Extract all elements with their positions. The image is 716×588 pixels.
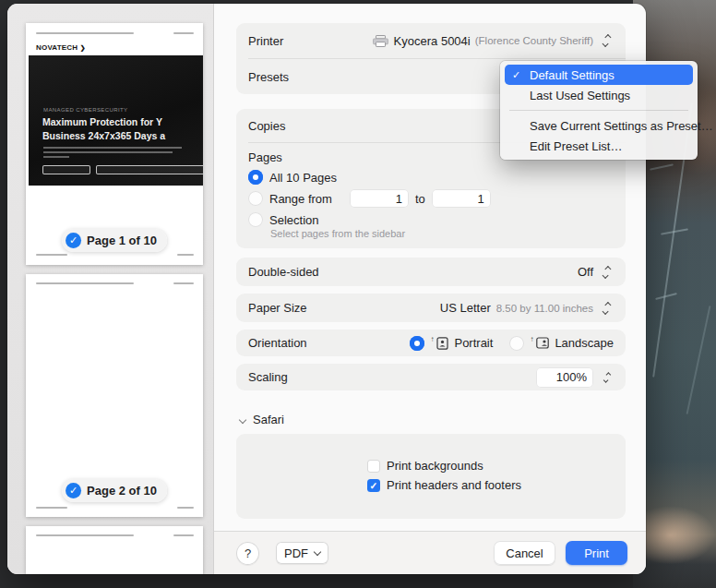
printer-value: Kyocera 5004i [394,34,471,48]
background-sketch-line [655,293,677,300]
menu-item-label: Last Used Settings [530,89,630,102]
landscape-page-icon [536,337,549,349]
paper-size-stepper[interactable] [600,299,614,318]
radio-off-icon[interactable] [248,212,263,227]
orientation-portrait-option[interactable]: ↑ Portrait [410,336,493,351]
logo-chevron-icon: ❯ [80,44,86,51]
chevron-down-icon [314,547,321,555]
print-button[interactable]: Print [566,541,627,565]
print-headers-option[interactable]: ✓ Print headers and footers [367,478,626,492]
radio-off-icon[interactable] [509,336,524,351]
double-sided-row: Double-sided Off [236,258,626,286]
chevron-down-icon [239,415,246,423]
printer-row: Printer Kyocera 5004i (Florence County S… [236,23,626,58]
pages-selection-option[interactable]: Selection [248,212,614,227]
scaling-stepper[interactable] [600,368,614,387]
question-mark-icon: ? [245,546,251,560]
portrait-arrow-icon: ↑ [430,335,434,343]
print-headers-label: Print headers and footers [387,478,521,492]
dialog-footer: ? PDF Cancel Print [214,531,646,574]
pdf-dropdown-button[interactable]: PDF [276,542,328,564]
radio-off-icon[interactable] [248,191,263,206]
range-from-input[interactable] [350,189,409,208]
presets-menu: ✓ Default Settings Last Used Settings Sa… [500,61,698,160]
orientation-label: Orientation [248,336,307,350]
menu-separator [509,110,688,111]
pages-all-option[interactable]: All 10 Pages [248,170,614,185]
menu-item-label: Default Settings [530,68,615,82]
landscape-arrow-icon: ↑ [530,335,533,343]
copies-label: Copies [248,119,285,133]
hero-paragraph-line [43,151,173,153]
pages-all-label: All 10 Pages [269,171,337,185]
check-icon: ✓ [512,69,520,81]
page-2-badge: ✓ Page 2 of 10 [62,479,167,502]
presets-label: Presets [248,70,289,84]
page-thumbnail-1[interactable]: NOVATECH ❯ MANAGED CYBERSECURITY Maximum… [26,23,203,265]
portrait-page-icon [436,337,448,350]
double-sided-label: Double-sided [248,265,319,279]
range-to-input[interactable] [432,189,491,208]
paper-size-label: Paper Size [248,301,307,315]
hero-paragraph-line [43,147,182,149]
paper-size-row: Paper Size US Letter 8.50 by 11.00 inche… [236,294,626,322]
thumb-footer-line [177,507,194,509]
page-thumbnail-3[interactable] [26,526,203,574]
printer-label: Printer [248,34,283,48]
radio-on-icon[interactable] [410,336,424,351]
double-sided-stepper[interactable] [600,263,614,282]
range-to-label: to [415,192,425,206]
menu-item-label: Save Current Settings as Preset… [530,119,713,133]
thumb-header-line [36,32,134,34]
landscape-label: Landscape [555,336,614,350]
print-backgrounds-label: Print backgrounds [387,459,483,473]
checkbox-checked-icon[interactable]: ✓ [367,479,380,492]
cancel-button[interactable]: Cancel [494,541,555,565]
safari-options-group: Print backgrounds ✓ Print headers and fo… [236,434,626,519]
menu-item-default-settings[interactable]: ✓ Default Settings [505,65,693,85]
printer-select-stepper[interactable] [600,31,614,50]
scaling-input[interactable]: 100% [536,367,593,388]
thumb-hero-image: MANAGED CYBERSECURITY Maximum Protection… [29,55,203,186]
thumb-footer-line [177,254,194,256]
scaling-row: Scaling 100% [236,364,626,390]
print-backgrounds-option[interactable]: Print backgrounds [367,459,626,473]
hero-heading-line1: Maximum Protection for Y [42,116,162,127]
thumb-header-line [36,534,134,536]
menu-item-last-used-settings[interactable]: Last Used Settings [505,85,693,105]
thumb-header-line [36,282,134,284]
page-badge-label: Page 2 of 10 [87,484,157,498]
hero-tag: MANAGED CYBERSECURITY [43,107,127,113]
pages-range-option[interactable]: Range from to [248,189,614,208]
hero-button [42,165,90,174]
printer-note: (Florence County Sheriff) [475,35,593,46]
menu-item-label: Edit Preset List… [530,139,622,153]
double-sided-value: Off [578,265,593,279]
safari-section-title: Safari [253,413,284,426]
orientation-row: Orientation ↑ Portrait ↑ [236,330,626,356]
scaling-group: Scaling 100% [236,364,626,390]
paper-size-note: 8.50 by 11.00 inches [496,303,593,314]
thumb-footer-line [36,254,67,256]
thumb-header-line [173,282,194,284]
safari-disclosure[interactable]: Safari [240,413,626,426]
help-button[interactable]: ? [236,542,259,565]
selection-label: Selection [269,213,318,227]
hero-paragraph-line [43,156,69,158]
paper-size-group: Paper Size US Letter 8.50 by 11.00 inche… [236,294,626,322]
menu-item-edit-preset-list[interactable]: Edit Preset List… [505,136,693,156]
portrait-label: Portrait [454,336,493,350]
check-circle-icon: ✓ [66,483,81,498]
scaling-label: Scaling [248,370,288,384]
novatech-logo: NOVATECH ❯ [36,43,86,52]
selection-hint: Select pages from the sidebar [270,228,614,239]
checkbox-unchecked-icon[interactable] [367,460,380,473]
orientation-landscape-option[interactable]: ↑ Landscape [509,336,614,351]
menu-item-save-current-settings[interactable]: Save Current Settings as Preset… [505,115,693,136]
background-sketch-line [686,306,711,414]
thumb-header-line [173,534,194,536]
radio-on-icon[interactable] [248,170,263,185]
page-thumbnail-2[interactable]: ✓ Page 2 of 10 [26,274,203,517]
preview-sidebar: NOVATECH ❯ MANAGED CYBERSECURITY Maximum… [7,4,214,574]
background-sketch-line [650,163,674,170]
